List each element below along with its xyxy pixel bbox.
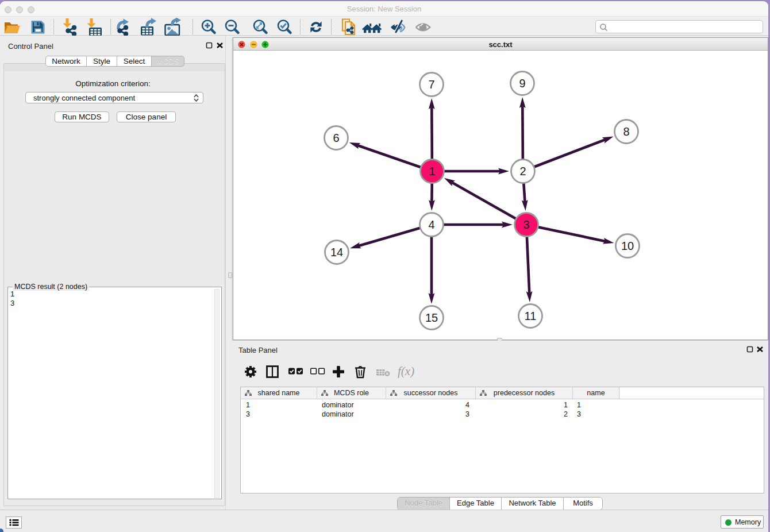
svg-text:8: 8 — [623, 125, 629, 138]
svg-text:2: 2 — [519, 165, 526, 178]
svg-text:11: 11 — [525, 310, 537, 322]
svg-text:1: 1 — [429, 165, 435, 178]
svg-text:7: 7 — [428, 78, 434, 91]
svg-text:9: 9 — [519, 77, 525, 90]
svg-text:14: 14 — [330, 246, 343, 259]
svg-text:3: 3 — [523, 218, 529, 231]
svg-text:6: 6 — [333, 132, 339, 144]
svg-text:15: 15 — [425, 311, 438, 324]
svg-text:10: 10 — [621, 240, 634, 252]
svg-text:4: 4 — [428, 218, 434, 231]
